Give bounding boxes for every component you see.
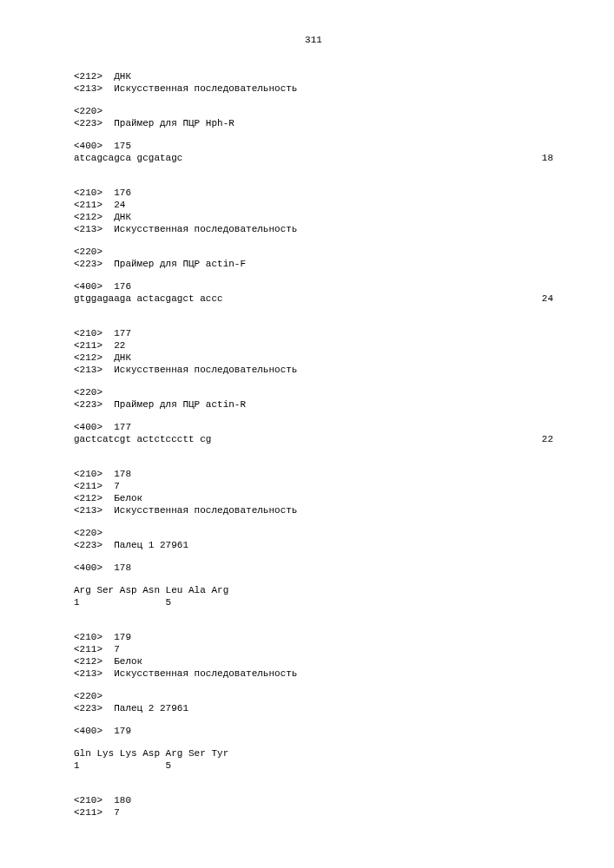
page-number: 311 (74, 35, 553, 45)
entry-line: <223> Праймер для ПЦР Hph-R (74, 118, 553, 128)
sequence-block: <220><223> Праймер для ПЦР actin-F (74, 247, 553, 269)
entry-line: <211> 7 (74, 807, 553, 818)
entry-line: <220> (74, 106, 553, 116)
entry-line: <210> 178 (74, 469, 553, 479)
entry-line: <223> Праймер для ПЦР actin-R (74, 399, 553, 410)
entry-line: <213> Искусственная последовательность (74, 505, 553, 516)
sequence-line: gtggagaaga actacgagct accc24 (74, 293, 553, 304)
sequence-block: <220><223> Палец 1 27961 (74, 528, 553, 550)
entry-line: <210> 176 (74, 187, 553, 198)
entry-line: <220> (74, 528, 553, 538)
entry-line: <211> 24 (74, 200, 553, 210)
entry-line: <220> (74, 387, 553, 398)
entry-line: <212> ДНК (74, 71, 553, 82)
sequence-block: <400> 178Arg Ser Asp Asn Leu Ala Arg1 5 (74, 562, 553, 608)
entry-line: <212> Белок (74, 493, 553, 503)
entry-line: <211> 7 (74, 644, 553, 654)
sequence-block: <220><223> Праймер для ПЦР Hph-R (74, 106, 553, 128)
sequence-block: <212> ДНК<213> Искусственная последовате… (74, 71, 553, 94)
sequence-length: 18 (542, 153, 553, 163)
sequence-block: <400> 175atcagcagca gcgatagc18 (74, 141, 553, 163)
sequence-block: <220><223> Палец 2 27961 (74, 691, 553, 713)
entry-line: <213> Искусственная последовательность (74, 668, 553, 679)
entry-line: <212> ДНК (74, 212, 553, 222)
entry-line: <213> Искусственная последовательность (74, 224, 553, 234)
entry-line: <223> Палец 1 27961 (74, 540, 553, 550)
entry-line: <211> 22 (74, 340, 553, 351)
sequence-listing-content: <212> ДНК<213> Искусственная последовате… (74, 71, 553, 818)
sequence-block: <210> 178<211> 7<212> Белок<213> Искусст… (74, 469, 553, 516)
sequence-line: atcagcagca gcgatagc18 (74, 153, 553, 163)
sequence-block: <210> 176<211> 24<212> ДНК<213> Искусств… (74, 187, 553, 234)
protein-position-numbers: 1 5 (74, 597, 553, 608)
sequence-text: gactcatcgt actctccctt cg (74, 434, 542, 444)
sequence-block: <210> 180<211> 7 (74, 795, 553, 818)
entry-line: <210> 179 (74, 632, 553, 642)
sequence-length: 22 (542, 434, 553, 444)
entry-line: <220> (74, 247, 553, 257)
sequence-block: <400> 176gtggagaaga actacgagct accc24 (74, 281, 553, 304)
entry-line: <223> Праймер для ПЦР actin-F (74, 259, 553, 269)
entry-line: <212> Белок (74, 656, 553, 667)
entry-line: <223> Палец 2 27961 (74, 703, 553, 713)
sequence-header: <400> 176 (74, 281, 553, 292)
sequence-block: <400> 179Gln Lys Lys Asp Arg Ser Tyr1 5 (74, 726, 553, 771)
entry-line: <213> Искусственная последовательность (74, 365, 553, 375)
protein-sequence: Gln Lys Lys Asp Arg Ser Tyr (74, 748, 553, 759)
sequence-block: <400> 177gactcatcgt actctccctt cg22 (74, 422, 553, 444)
protein-header: <400> 178 (74, 562, 553, 573)
sequence-text: atcagcagca gcgatagc (74, 153, 542, 163)
entry-line: <220> (74, 691, 553, 701)
sequence-header: <400> 177 (74, 422, 553, 432)
protein-position-numbers: 1 5 (74, 760, 553, 771)
sequence-header: <400> 175 (74, 141, 553, 151)
entry-line: <211> 7 (74, 481, 553, 491)
entry-line: <212> ДНК (74, 352, 553, 363)
sequence-line: gactcatcgt actctccctt cg22 (74, 434, 553, 444)
protein-header: <400> 179 (74, 726, 553, 736)
sequence-block: <210> 177<211> 22<212> ДНК<213> Искусств… (74, 328, 553, 375)
sequence-length: 24 (542, 293, 553, 304)
entry-line: <210> 180 (74, 795, 553, 806)
protein-sequence: Arg Ser Asp Asn Leu Ala Arg (74, 585, 553, 595)
sequence-block: <220><223> Праймер для ПЦР actin-R (74, 387, 553, 410)
sequence-text: gtggagaaga actacgagct accc (74, 293, 542, 304)
entry-line: <210> 177 (74, 328, 553, 339)
entry-line: <213> Искусственная последовательность (74, 83, 553, 94)
sequence-block: <210> 179<211> 7<212> Белок<213> Искусст… (74, 632, 553, 679)
